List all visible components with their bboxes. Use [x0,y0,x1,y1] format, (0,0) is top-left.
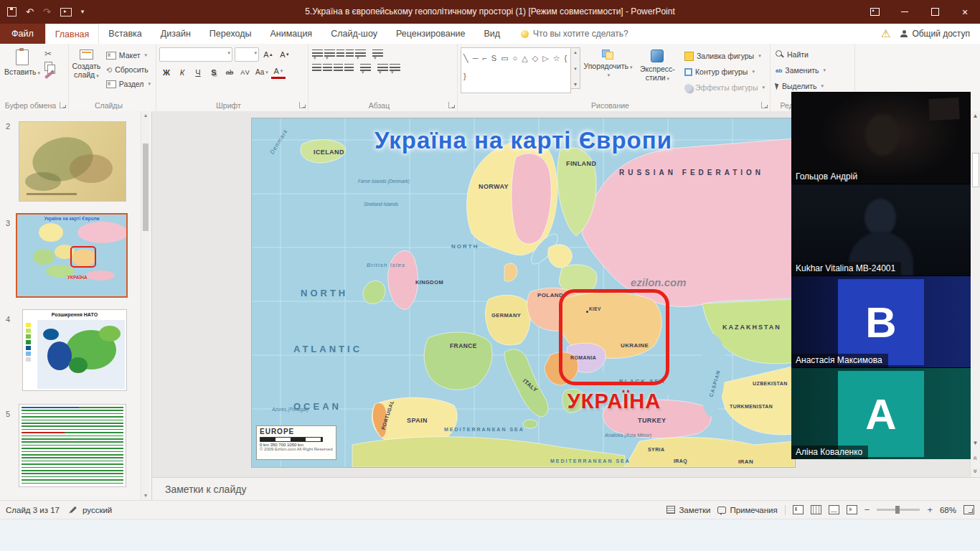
save-icon[interactable] [7,7,17,17]
text-direction-icon[interactable] [372,50,383,58]
align-text-icon[interactable] [377,64,388,72]
character-spacing-button[interactable]: AV [238,65,253,79]
font-dialog-launcher[interactable] [299,102,306,108]
increase-indent-icon[interactable] [346,50,354,58]
participant-avatar-tile[interactable]: A Аліна Коваленко [791,367,971,459]
start-slideshow-icon[interactable] [60,8,72,17]
tab-animations[interactable]: Анимация [260,24,321,44]
tab-view[interactable]: Вид [474,24,509,44]
scroll-up-icon[interactable]: ▲ [971,113,980,119]
change-case-button[interactable]: Аа [254,65,270,79]
tab-review[interactable]: Рецензирование [387,24,475,44]
shape-oval-icon[interactable]: ○ [513,50,518,67]
arrange-button[interactable]: Упорядочить [583,47,633,98]
shape-line-icon[interactable]: ╲ [463,50,468,67]
layout-button[interactable]: Макет [104,48,153,62]
decrease-indent-icon[interactable] [336,50,344,58]
minimize-button[interactable] [890,0,920,24]
participant-video-tile[interactable]: Гольцов Андрій [791,92,971,184]
replace-button[interactable]: abЗаменить [773,63,852,77]
slide-thumbnail-2[interactable] [19,121,126,202]
shape-star-icon[interactable]: ☆ [553,50,560,67]
share-button[interactable]: Общий доступ [900,29,970,39]
reading-view-button[interactable] [829,505,839,514]
zoom-in-button[interactable]: + [927,504,933,515]
quick-styles-button[interactable]: Экспресс-стили [636,47,679,98]
redo-icon[interactable]: ↷ [43,7,51,17]
close-button[interactable]: × [950,0,980,24]
align-left-icon[interactable] [312,64,321,72]
shape-rect-icon[interactable]: ▭ [501,50,508,67]
tell-me-box[interactable]: Что вы хотите сделать? [521,24,628,44]
shape-curve-icon[interactable]: S [491,50,496,67]
pen-icon[interactable] [70,507,77,513]
select-button[interactable]: Выделить [773,79,852,93]
fit-to-window-button[interactable] [963,505,974,514]
paste-button[interactable]: Вставить [3,47,42,98]
scroll-down-icon[interactable]: ▼ [141,491,150,500]
shape-fill-button[interactable]: Заливка фигуры [682,49,767,63]
new-slide-button[interactable]: Создать слайд [72,47,101,98]
warning-icon[interactable]: ⚠ [881,27,890,40]
font-name-input[interactable] [159,47,232,62]
clipboard-dialog-launcher[interactable] [60,102,66,108]
tab-transitions[interactable]: Переходы [200,24,261,44]
zoom-slider[interactable] [877,509,920,511]
smartart-convert-icon[interactable] [390,64,400,72]
justify-icon[interactable] [344,64,354,72]
reset-button[interactable]: ⟲Сбросить [104,62,153,77]
scroll-down-icon[interactable]: ▼ [971,440,980,446]
text-shadow-button[interactable]: S [207,65,221,79]
comments-toggle-button[interactable]: Примечания [717,506,777,514]
previous-slide-button[interactable]: « [971,453,979,463]
italic-button[interactable]: К [175,65,189,79]
tab-insert[interactable]: Вставка [99,24,151,44]
slide-scrollbar[interactable]: ▲ ▼ « » [970,111,980,479]
customize-qat-icon[interactable]: ▾ [81,9,85,15]
format-painter-icon[interactable] [44,72,52,79]
maximize-button[interactable] [920,0,950,24]
font-color-button[interactable]: А [271,66,286,79]
shape-arrow-icon[interactable]: ▷ [542,50,548,67]
tab-slideshow[interactable]: Слайд-шоу [321,24,387,44]
tab-design[interactable]: Дизайн [151,24,200,44]
slide-thumbnail-3-selected[interactable]: Україна на карті Європи УКРАЇНА [16,213,128,298]
strikethrough-button[interactable]: ab [222,65,237,79]
notes-bar[interactable]: Заметки к слайду [152,477,980,501]
shape-diamond-icon[interactable]: ◇ [532,50,538,67]
shape-triangle-icon[interactable]: △ [522,50,527,67]
participant-video-tile[interactable]: Kukhar Vitalina MB-24001 [791,184,971,276]
tab-home[interactable]: Главная [45,24,100,44]
language-indicator[interactable]: русский [83,506,112,514]
scrollbar-thumb[interactable] [143,143,149,231]
line-spacing-icon[interactable] [355,50,366,58]
tab-file[interactable]: Файл [0,24,45,44]
find-button[interactable]: Найти [773,47,852,62]
section-button[interactable]: Раздел [104,77,153,91]
align-right-icon[interactable] [334,64,343,72]
shrink-font-button[interactable]: А▼ [278,48,292,62]
drawing-dialog-launcher[interactable] [761,102,768,108]
zoom-out-button[interactable]: − [864,504,870,515]
shape-brace-right-icon[interactable]: } [463,67,466,85]
slide-canvas[interactable]: Denmark ICELAND Faroe Islands (Denmark) … [252,118,795,467]
slideshow-view-button[interactable] [847,505,857,514]
underline-button[interactable]: Ч [191,65,205,79]
copy-icon[interactable] [44,62,52,71]
shape-brace-left-icon[interactable]: { [565,50,567,67]
undo-icon[interactable]: ↶ [26,7,34,17]
participant-avatar-tile[interactable]: B Анастасія Максимова [791,276,971,367]
columns-icon[interactable] [360,64,371,72]
shapes-gallery[interactable]: ╲ ─ ⌐ S ▭ ○ △ ◇ ▷ ☆ { } [461,47,571,93]
shape-dash-icon[interactable]: ─ [473,50,479,67]
scroll-up-icon[interactable]: ▲ [141,111,150,120]
align-center-icon[interactable] [323,64,332,72]
zoom-level[interactable]: 68% [940,506,956,514]
slide-indicator[interactable]: Слайд 3 из 17 [6,506,60,514]
slide-sorter-view-button[interactable] [811,505,821,514]
cut-icon[interactable]: ✂ [44,49,52,59]
notes-toggle-button[interactable]: Заметки [666,506,710,514]
normal-view-button[interactable] [793,505,804,514]
shapes-gallery-scroll[interactable]: ▴▾▼ [571,47,580,89]
slide-thumbnail-5[interactable] [19,404,126,487]
